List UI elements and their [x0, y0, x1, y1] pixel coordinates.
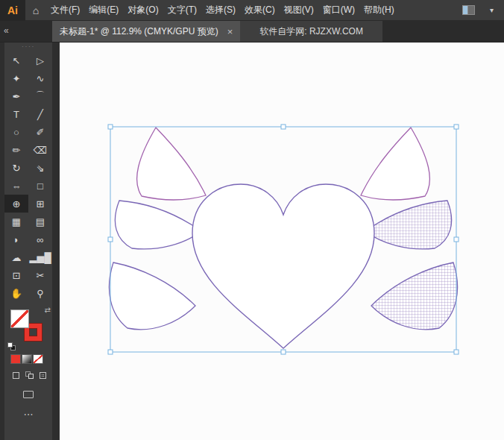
- none-button[interactable]: [33, 354, 43, 364]
- gradient-tool[interactable]: ▤: [28, 213, 52, 230]
- paintbrush-tool[interactable]: ✐: [28, 123, 52, 141]
- wing-bottom-right-pattern[interactable]: [371, 263, 458, 330]
- main-area: ∙∙∙∙ ↖▷✦∿✒⌒T╱○✐✏⌫↻⇘⇔□⊕⊞▦▤◗∞☁▂▅█⊡✂✋⚲ ⇄: [0, 43, 504, 440]
- magic-wand-tool[interactable]: ✦: [4, 69, 28, 87]
- width-tool[interactable]: ⇔: [4, 177, 28, 195]
- lasso-tool[interactable]: ∿: [28, 69, 52, 87]
- menubar: Ai ⌂ 文件(F)编辑(E)对象(O)文字(T)选择(S)效果(C)视图(V)…: [0, 0, 504, 21]
- wing-top-left[interactable]: [137, 128, 206, 200]
- menu-item-view[interactable]: 视图(V): [280, 0, 318, 20]
- draw-behind-button[interactable]: [24, 371, 36, 380]
- selection-handle-mid-right[interactable]: [454, 237, 459, 242]
- symbol-sprayer-tool[interactable]: ☁: [4, 248, 28, 266]
- draw-normal-button[interactable]: [10, 371, 22, 380]
- fill-none-swatch[interactable]: [10, 309, 29, 328]
- wing-middle-left[interactable]: [115, 201, 201, 249]
- wing-top-right[interactable]: [361, 128, 429, 200]
- slice-tool[interactable]: ✂: [28, 266, 52, 284]
- selection-handle-mid-left[interactable]: [108, 237, 113, 242]
- heart-shape[interactable]: [192, 184, 374, 348]
- workspace-switcher[interactable]: ▾: [462, 5, 504, 15]
- document-tab-title: 未标题-1* @ 112.9% (CMYK/GPU 预览): [60, 25, 218, 38]
- menu-item-type[interactable]: 文字(T): [163, 0, 201, 20]
- menu-item-window[interactable]: 窗口(W): [318, 0, 359, 20]
- menubar-items: 文件(F)编辑(E)对象(O)文字(T)选择(S)效果(C)视图(V)窗口(W)…: [46, 0, 399, 20]
- type-tool[interactable]: T: [4, 105, 28, 123]
- gradient-button[interactable]: [22, 354, 32, 364]
- shape-builder-tool[interactable]: ⊕: [4, 195, 28, 213]
- tabbar: « 未标题-1* @ 112.9% (CMYK/GPU 预览) × 软件自学网:…: [0, 21, 504, 43]
- wing-bottom-left[interactable]: [109, 263, 195, 330]
- scale-tool[interactable]: ⇘: [28, 159, 52, 177]
- menu-item-help[interactable]: 帮助(H): [359, 0, 399, 20]
- panel-gripper[interactable]: ∙∙∙∙: [22, 43, 35, 51]
- free-transform-tool[interactable]: □: [28, 177, 52, 195]
- menu-item-file[interactable]: 文件(F): [46, 0, 84, 20]
- home-icon[interactable]: ⌂: [25, 4, 46, 16]
- apply-color-row: [10, 354, 43, 364]
- wing-middle-right-pattern[interactable]: [365, 201, 452, 249]
- rotate-tool[interactable]: ↻: [4, 159, 28, 177]
- line-segment-tool[interactable]: ╱: [28, 105, 52, 123]
- chevron-down-icon: ▾: [490, 6, 494, 14]
- menu-item-effect[interactable]: 效果(C): [240, 0, 280, 20]
- color-button[interactable]: [10, 354, 21, 364]
- mesh-tool[interactable]: ▦: [4, 213, 28, 230]
- pencil-tool[interactable]: ✏: [4, 141, 28, 159]
- selection-tool[interactable]: ↖: [4, 51, 28, 69]
- selection-handle-bottom-right[interactable]: [454, 350, 459, 354]
- curvature-tool[interactable]: ⌒: [28, 87, 52, 105]
- artboard-tool[interactable]: ⊡: [4, 266, 28, 284]
- tool-grid: ↖▷✦∿✒⌒T╱○✐✏⌫↻⇘⇔□⊕⊞▦▤◗∞☁▂▅█⊡✂✋⚲: [4, 51, 52, 302]
- close-icon[interactable]: ×: [227, 26, 233, 37]
- hand-tool[interactable]: ✋: [4, 284, 28, 302]
- app-logo: Ai: [0, 0, 25, 21]
- eraser-tool[interactable]: ⌫: [28, 141, 52, 159]
- selection-handle-top-left[interactable]: [108, 125, 113, 129]
- screen-mode-button[interactable]: [23, 391, 34, 398]
- column-graph-tool[interactable]: ▂▅█: [28, 248, 52, 266]
- tools-dock: ∙∙∙∙ ↖▷✦∿✒⌒T╱○✐✏⌫↻⇘⇔□⊕⊞▦▤◗∞☁▂▅█⊡✂✋⚲ ⇄: [0, 43, 60, 440]
- drawing-modes-row: [10, 371, 49, 380]
- ellipse-tool[interactable]: ○: [4, 123, 28, 141]
- tools-panel: ∙∙∙∙ ↖▷✦∿✒⌒T╱○✐✏⌫↻⇘⇔□⊕⊞▦▤◗∞☁▂▅█⊡✂✋⚲ ⇄: [4, 43, 52, 440]
- perspective-grid-tool[interactable]: ⊞: [28, 195, 52, 213]
- menu-item-edit[interactable]: 编辑(E): [84, 0, 123, 20]
- selection-handle-top-right[interactable]: [454, 125, 459, 129]
- collapse-panel-icon[interactable]: «: [4, 25, 9, 36]
- selection-handle-top-center[interactable]: [281, 125, 286, 129]
- pen-tool[interactable]: ✒: [4, 87, 28, 105]
- direct-selection-tool[interactable]: ▷: [28, 51, 52, 69]
- selection-handle-bottom-center[interactable]: [281, 350, 286, 354]
- swap-fill-stroke-icon[interactable]: ⇄: [45, 306, 51, 314]
- menu-item-select[interactable]: 选择(S): [201, 0, 240, 20]
- zoom-tool[interactable]: ⚲: [28, 284, 52, 302]
- site-tab-title: 软件自学网: RJZXW.COM: [259, 25, 363, 38]
- selection-handle-bottom-left[interactable]: [108, 350, 113, 354]
- menu-item-object[interactable]: 对象(O): [123, 0, 163, 20]
- eyedropper-tool[interactable]: ◗: [4, 230, 28, 248]
- blend-tool[interactable]: ∞: [28, 230, 52, 248]
- document-tab[interactable]: 未标题-1* @ 112.9% (CMYK/GPU 预览) ×: [52, 21, 240, 42]
- default-fill-stroke-icon[interactable]: [7, 342, 18, 352]
- screen-mode-icon: [23, 391, 34, 398]
- canvas[interactable]: [60, 43, 504, 440]
- more-tools-icon[interactable]: ⋯: [24, 409, 34, 420]
- site-tab[interactable]: 软件自学网: RJZXW.COM: [240, 21, 382, 42]
- illustrator-window: Ai ⌂ 文件(F)编辑(E)对象(O)文字(T)选择(S)效果(C)视图(V)…: [0, 0, 504, 440]
- workspace-layout-icon: [462, 5, 475, 15]
- fill-stroke-control: ⇄: [10, 309, 48, 347]
- draw-inside-button[interactable]: [37, 371, 49, 380]
